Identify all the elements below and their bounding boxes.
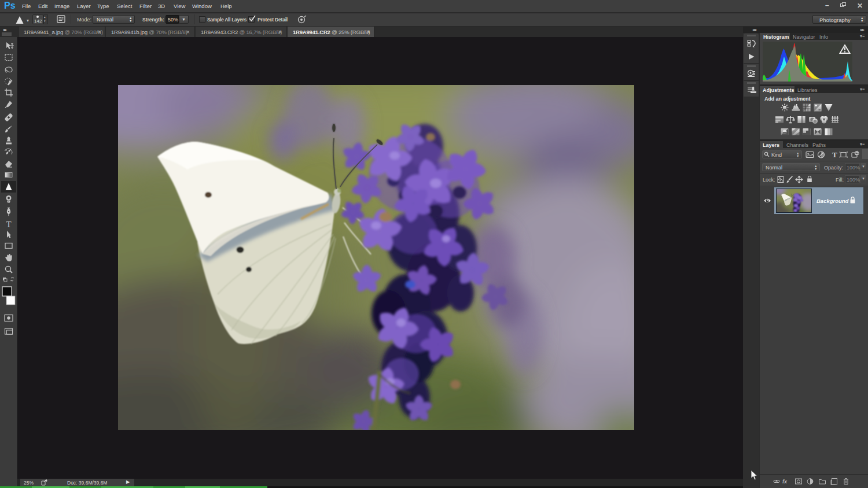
svg-text:T: T bbox=[832, 150, 837, 159]
svg-text:T: T bbox=[6, 220, 11, 229]
svg-text:fx: fx bbox=[782, 479, 788, 485]
